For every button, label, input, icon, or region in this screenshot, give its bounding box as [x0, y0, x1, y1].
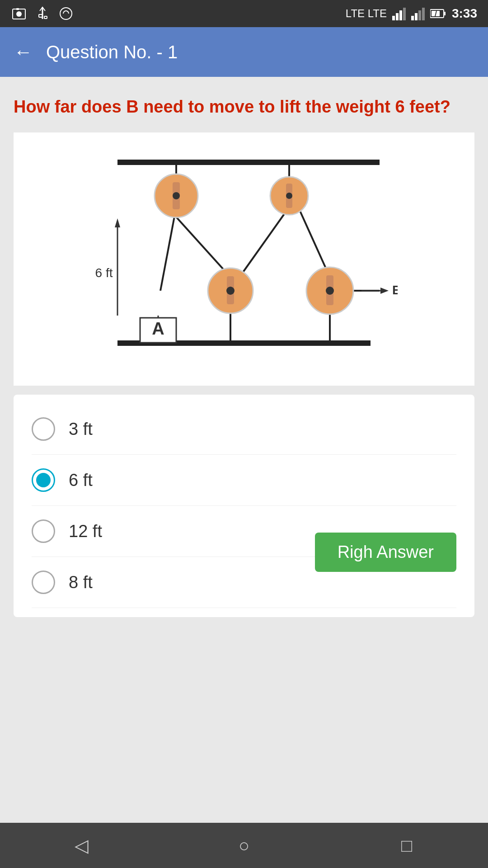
option-label-2: 6 ft	[69, 471, 93, 490]
svg-marker-49	[380, 288, 389, 294]
content-area: How far does B need to move to lift the …	[0, 77, 488, 823]
app-bar: ← Question No. - 1	[0, 27, 488, 77]
option-label-3: 12 ft	[69, 522, 102, 541]
radio-2[interactable]	[32, 468, 55, 492]
signal-icon-2	[411, 7, 425, 20]
svg-rect-5	[44, 16, 47, 19]
options-card: 3 ft 6 ft 12 ft 8 ft Righ Answer	[14, 395, 474, 617]
svg-point-35	[286, 193, 292, 199]
network-label: LTE LTE	[346, 7, 387, 20]
status-bar-right: LTE LTE 3:33	[346, 6, 477, 21]
svg-text:6 ft: 6 ft	[95, 266, 113, 280]
radio-inner-2	[36, 473, 51, 487]
svg-rect-16	[444, 12, 446, 15]
sync-icon	[58, 5, 74, 22]
usb-icon	[34, 5, 51, 22]
svg-text:B: B	[392, 283, 398, 297]
page-title: Question No. - 1	[46, 42, 178, 62]
svg-line-24	[239, 207, 289, 277]
signal-icon-1	[392, 7, 406, 20]
svg-rect-10	[403, 8, 406, 20]
pulley-diagram-container: A 6 ft B	[14, 132, 474, 386]
back-nav-button[interactable]: ◁	[63, 827, 99, 863]
svg-line-23	[160, 207, 176, 291]
svg-rect-13	[418, 10, 421, 20]
option-label-1: 3 ft	[69, 420, 93, 439]
option-row-2[interactable]: 6 ft	[32, 455, 456, 506]
bottom-nav: ◁ ○ □	[0, 823, 488, 868]
svg-marker-46	[115, 218, 120, 227]
battery-icon	[430, 9, 446, 19]
status-bar: LTE LTE 3:33	[0, 0, 488, 27]
svg-rect-14	[422, 8, 425, 20]
svg-text:A: A	[152, 319, 164, 338]
svg-line-25	[298, 207, 330, 277]
radio-4[interactable]	[32, 571, 55, 594]
svg-rect-12	[415, 13, 418, 20]
recent-nav-button[interactable]: □	[389, 827, 425, 863]
photo-icon	[11, 5, 27, 22]
back-button[interactable]: ←	[14, 41, 33, 63]
question-text: How far does B need to move to lift the …	[14, 90, 474, 123]
option-row-1[interactable]: 3 ft	[32, 404, 456, 455]
svg-point-38	[226, 287, 235, 295]
svg-point-6	[60, 8, 72, 19]
pulley-diagram-svg: A 6 ft B	[90, 137, 398, 381]
radio-1[interactable]	[32, 417, 55, 441]
svg-rect-2	[16, 8, 19, 10]
radio-3[interactable]	[32, 519, 55, 543]
svg-point-1	[16, 11, 22, 17]
svg-rect-19	[117, 160, 380, 165]
svg-rect-11	[411, 16, 414, 20]
clock: 3:33	[452, 6, 477, 21]
svg-rect-9	[399, 10, 402, 20]
svg-rect-7	[392, 16, 395, 20]
status-bar-left	[11, 5, 74, 22]
option-label-4: 8 ft	[69, 573, 93, 592]
home-nav-button[interactable]: ○	[226, 827, 262, 863]
svg-point-32	[173, 192, 180, 199]
svg-rect-8	[396, 13, 399, 20]
right-answer-button[interactable]: Righ Answer	[315, 533, 456, 572]
svg-point-41	[326, 287, 334, 295]
